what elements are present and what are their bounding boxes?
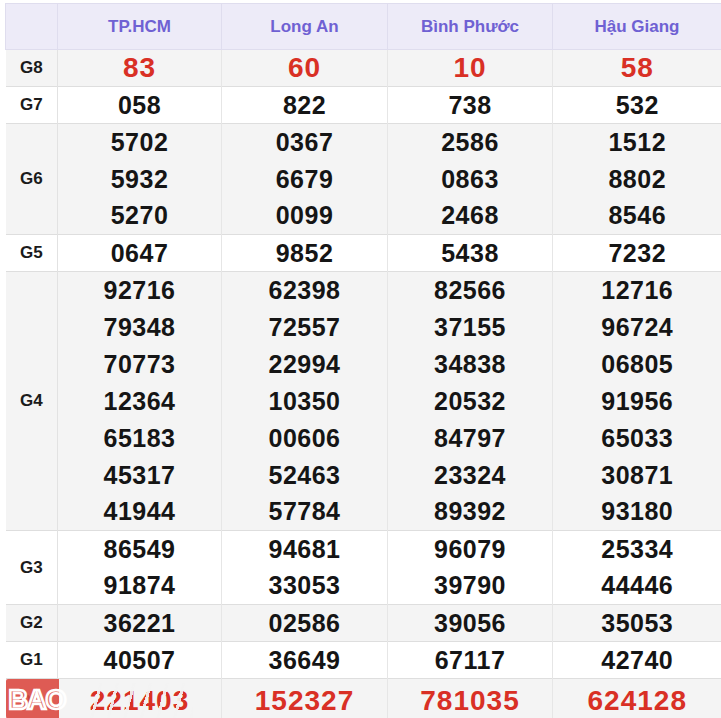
prize-value: 5270 bbox=[58, 198, 222, 235]
prize-value: 42740 bbox=[553, 642, 721, 679]
prize-value: 22994 bbox=[222, 346, 388, 383]
prize-value: 40507 bbox=[58, 642, 222, 679]
table-row: 12364103502053291956 bbox=[6, 383, 721, 420]
table-row: G883601058 bbox=[6, 50, 721, 87]
prize-value: 8802 bbox=[553, 161, 721, 198]
prize-value: 62398 bbox=[222, 272, 388, 309]
prize-value: 91956 bbox=[553, 383, 721, 420]
table-row: 70773229943483806805 bbox=[6, 346, 721, 383]
watermark-badge: BAO bbox=[6, 679, 59, 718]
prize-value: 52463 bbox=[222, 457, 388, 494]
prize-value: 37155 bbox=[388, 309, 553, 346]
prize-value: 36221 bbox=[58, 605, 222, 642]
prize-label-g8: G8 bbox=[6, 50, 58, 87]
prize-value: 10350 bbox=[222, 383, 388, 420]
corner-cell bbox=[6, 4, 58, 50]
prize-value: 60 bbox=[222, 50, 388, 87]
table-row: 41944577848939293180 bbox=[6, 494, 721, 531]
table-row: 5932667908638802 bbox=[6, 161, 721, 198]
prize-label-g5: G5 bbox=[6, 235, 58, 272]
table-row: G140507366496711742740 bbox=[6, 642, 721, 679]
prize-value: 70773 bbox=[58, 346, 222, 383]
prize-value: 624128 bbox=[553, 679, 721, 718]
prize-value: 5932 bbox=[58, 161, 222, 198]
prize-value: 532 bbox=[553, 87, 721, 124]
lottery-results: TP.HCM Long An Bình Phước Hậu Giang G883… bbox=[0, 0, 721, 718]
prize-value: 25334 bbox=[553, 531, 721, 568]
lottery-results-table: TP.HCM Long An Bình Phước Hậu Giang G883… bbox=[5, 3, 721, 718]
prize-value: 0099 bbox=[222, 198, 388, 235]
table-row: G65702036725861512 bbox=[6, 124, 721, 161]
prize-value: 58 bbox=[553, 50, 721, 87]
prize-value: 7232 bbox=[553, 235, 721, 272]
prize-value: 2586 bbox=[388, 124, 553, 161]
prize-value: 93180 bbox=[553, 494, 721, 531]
prize-value: 41944 bbox=[58, 494, 222, 531]
prize-value: 30871 bbox=[553, 457, 721, 494]
prize-value: 9852 bbox=[222, 235, 388, 272]
table-row: 65183006068479765033 bbox=[6, 420, 721, 457]
prize-value: 06805 bbox=[553, 346, 721, 383]
prize-value: 72557 bbox=[222, 309, 388, 346]
prize-value: 0863 bbox=[388, 161, 553, 198]
prize-label-g4: G4 bbox=[6, 272, 58, 531]
column-header-haugiang: Hậu Giang bbox=[553, 4, 721, 50]
table-row: G492716623988256612716 bbox=[6, 272, 721, 309]
prize-label-g3: G3 bbox=[6, 531, 58, 605]
table-row: G7058822738532 bbox=[6, 87, 721, 124]
column-header-binhphuoc: Bình Phước bbox=[388, 4, 553, 50]
prize-value: 45317 bbox=[58, 457, 222, 494]
prize-value: 94681 bbox=[222, 531, 388, 568]
prize-value: 02586 bbox=[222, 605, 388, 642]
prize-value: 82566 bbox=[388, 272, 553, 309]
prize-value: 39790 bbox=[388, 568, 553, 605]
prize-value: 5438 bbox=[388, 235, 553, 272]
prize-value: 36649 bbox=[222, 642, 388, 679]
header-row: TP.HCM Long An Bình Phước Hậu Giang bbox=[6, 4, 721, 50]
prize-value: 67117 bbox=[388, 642, 553, 679]
prize-value: 23324 bbox=[388, 457, 553, 494]
prize-value: 12716 bbox=[553, 272, 721, 309]
prize-value: 221403 bbox=[58, 679, 222, 718]
prize-value: 84797 bbox=[388, 420, 553, 457]
prize-value: 92716 bbox=[58, 272, 222, 309]
prize-value: 20532 bbox=[388, 383, 553, 420]
prize-label-g7: G7 bbox=[6, 87, 58, 124]
column-header-longan: Long An bbox=[222, 4, 388, 50]
results-body: G883601058G7058822738532G657020367258615… bbox=[6, 50, 721, 718]
prize-value: 34838 bbox=[388, 346, 553, 383]
prize-value: 79348 bbox=[58, 309, 222, 346]
prize-value: 10 bbox=[388, 50, 553, 87]
table-row: ĐBBAO221403152327781035624128 bbox=[6, 679, 721, 718]
prize-value: 738 bbox=[388, 87, 553, 124]
prize-value: 89392 bbox=[388, 494, 553, 531]
prize-value: 0647 bbox=[58, 235, 222, 272]
prize-value: 65183 bbox=[58, 420, 222, 457]
prize-value: 65033 bbox=[553, 420, 721, 457]
prize-value: 058 bbox=[58, 87, 222, 124]
table-row: 45317524632332430871 bbox=[6, 457, 721, 494]
prize-value: 0367 bbox=[222, 124, 388, 161]
prize-value: 86549 bbox=[58, 531, 222, 568]
prize-value: 96079 bbox=[388, 531, 553, 568]
prize-label-g2: G2 bbox=[6, 605, 58, 642]
prize-value: 8546 bbox=[553, 198, 721, 235]
prize-value: 57784 bbox=[222, 494, 388, 531]
prize-value: 2468 bbox=[388, 198, 553, 235]
prize-value: 822 bbox=[222, 87, 388, 124]
prize-value: 33053 bbox=[222, 568, 388, 605]
prize-value: 44446 bbox=[553, 568, 721, 605]
table-row: G50647985254387232 bbox=[6, 235, 721, 272]
prize-value: 39056 bbox=[388, 605, 553, 642]
prize-value: 00606 bbox=[222, 420, 388, 457]
prize-label-g1: G1 bbox=[6, 642, 58, 679]
prize-value: 96724 bbox=[553, 309, 721, 346]
table-row: G236221025863905635053 bbox=[6, 605, 721, 642]
table-row: G386549946819607925334 bbox=[6, 531, 721, 568]
prize-value: 1512 bbox=[553, 124, 721, 161]
prize-value: 35053 bbox=[553, 605, 721, 642]
prize-value: 5702 bbox=[58, 124, 222, 161]
prize-value: 91874 bbox=[58, 568, 222, 605]
table-row: 79348725573715596724 bbox=[6, 309, 721, 346]
table-row: 5270009924688546 bbox=[6, 198, 721, 235]
